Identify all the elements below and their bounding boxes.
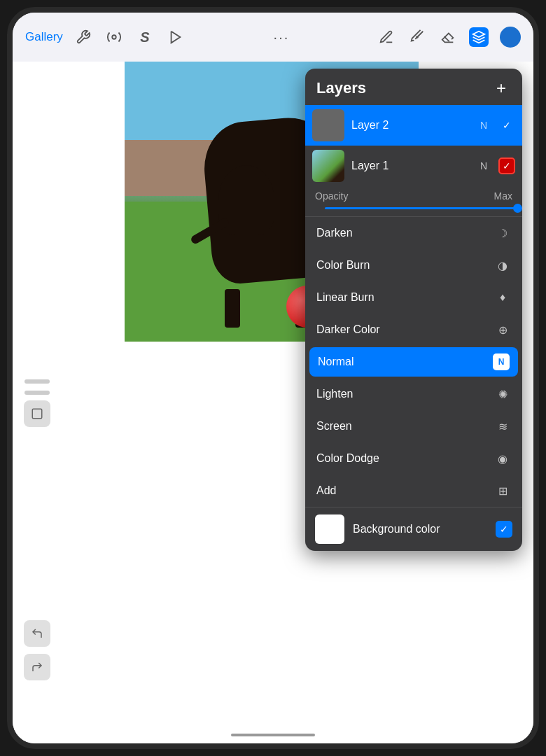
blend-add-icon: ⊞ [494,482,511,499]
sidebar-bottom [20,620,55,680]
home-indicator [231,734,315,736]
gallery-button[interactable]: Gallery [25,30,63,44]
blend-add[interactable]: Add ⊞ [305,475,522,507]
svg-rect-3 [32,409,42,419]
blend-linear-burn-icon: ♦ [494,289,511,306]
add-layer-button[interactable]: + [491,78,511,98]
layer-1-item[interactable]: Layer 1 N ✓ [305,146,522,186]
sidebar-drag-handle[interactable] [24,379,50,384]
layer-1-visibility[interactable]: ✓ [498,158,515,174]
smudge-icon[interactable]: S [134,27,155,48]
pen-icon[interactable] [377,27,396,47]
blend-normal[interactable]: Normal N [309,347,518,377]
selection-icon[interactable] [165,27,186,48]
blend-color-burn-icon: ◑ [494,257,511,274]
color-picker[interactable] [500,27,521,48]
wrench-icon[interactable] [73,27,94,48]
opacity-value: Max [494,190,512,202]
blend-darken[interactable]: Darken ☽ [305,217,522,249]
blend-screen-icon: ≋ [494,418,511,435]
blend-screen-label: Screen [316,420,352,433]
layer-2-mode: N [480,120,487,131]
layer-1-mode: N [480,160,487,172]
opacity-thumb[interactable] [513,204,522,213]
canvas-area: Layers + Layer 2 N ✓ Layer 1 N ✓ Opacity… [13,62,533,743]
sidebar-drag-handle-2[interactable] [24,391,50,395]
adjust-icon[interactable] [104,27,125,48]
toolbar-left: Gallery S [25,27,186,48]
opacity-slider[interactable] [325,207,522,209]
blend-color-dodge-label: Color Dodge [316,452,379,465]
device-frame: Gallery S ··· [7,7,539,749]
blend-darken-label: Darken [316,227,353,239]
layer-2-name: Layer 2 [351,119,473,132]
layers-title: Layers [316,79,366,97]
nib-icon[interactable] [407,27,427,47]
layer-2-visibility[interactable]: ✓ [498,117,515,134]
layer-1-name: Layer 1 [351,160,473,172]
layer-1-thumbnail [312,150,344,182]
redo-button[interactable] [24,654,50,680]
blend-lighten-label: Lighten [316,388,354,400]
blend-lighten[interactable]: Lighten ✺ [305,378,522,410]
opacity-row: Opacity Max [305,186,522,207]
opacity-label: Opacity [315,190,348,202]
blend-lighten-icon: ✺ [494,386,511,402]
layer-2-item[interactable]: Layer 2 N ✓ [305,105,522,146]
blend-add-label: Add [316,484,336,497]
toolbar: Gallery S ··· [13,13,533,62]
undo-button[interactable] [24,620,50,647]
blend-darker-color-icon: ⊕ [494,321,511,338]
blend-normal-label: Normal [318,356,354,368]
eraser-icon[interactable] [438,27,458,47]
blend-darker-color[interactable]: Darker Color ⊕ [305,314,522,346]
layer-2-thumbnail [312,109,344,141]
svg-marker-2 [473,31,485,37]
background-color-toggle[interactable]: ✓ [496,521,512,538]
background-color-label: Background color [353,523,487,536]
blend-linear-burn-label: Linear Burn [316,291,374,304]
sidebar-square-btn[interactable] [24,400,50,427]
blend-color-burn[interactable]: Color Burn ◑ [305,249,522,281]
blend-normal-badge: N [493,354,510,370]
more-options[interactable]: ··· [274,29,290,46]
svg-point-1 [416,36,418,38]
blend-darker-color-label: Darker Color [316,323,380,336]
svg-point-0 [112,35,116,39]
background-color-swatch[interactable] [315,514,344,544]
layers-header: Layers + [305,69,522,105]
toolbar-center: ··· [186,29,377,46]
blend-darken-icon: ☽ [494,225,511,241]
blend-color-dodge[interactable]: Color Dodge ◉ [305,442,522,475]
blend-screen[interactable]: Screen ≋ [305,410,522,442]
blend-color-dodge-icon: ◉ [494,450,511,467]
blend-modes-list: Darken ☽ Color Burn ◑ Linear Burn ♦ Dark… [305,217,522,507]
blend-color-burn-label: Color Burn [316,259,370,272]
background-color-row[interactable]: Background color ✓ [305,507,522,551]
left-sidebar [20,378,55,427]
blend-linear-burn[interactable]: Linear Burn ♦ [305,281,522,314]
layers-icon[interactable] [469,27,489,47]
layers-panel: Layers + Layer 2 N ✓ Layer 1 N ✓ Opacity… [305,69,522,551]
toolbar-right [377,27,521,48]
